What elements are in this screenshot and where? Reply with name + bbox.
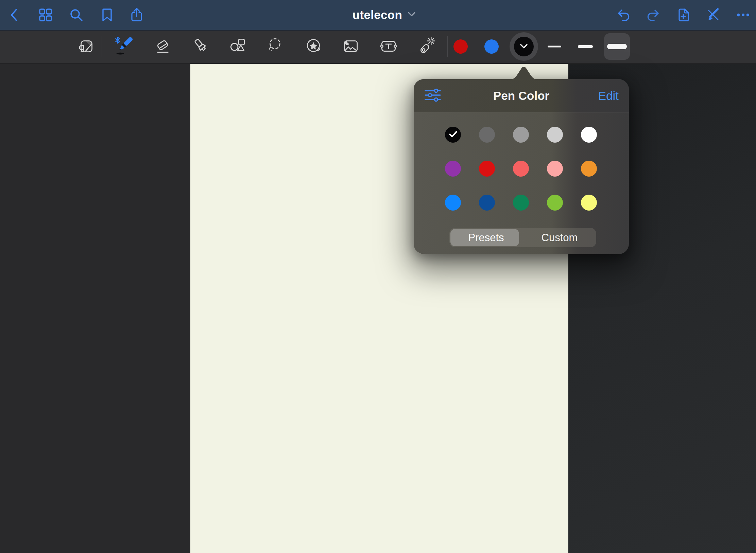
- tool-eraser[interactable]: [152, 35, 174, 58]
- preset-custom-segmented-control: Presets Custom: [449, 228, 596, 247]
- top-navigation-bar: utelecon: [0, 0, 756, 31]
- pencil-cross-icon: [705, 7, 721, 23]
- laser-pointer-icon: [417, 36, 437, 57]
- tool-highlighter[interactable]: [190, 35, 212, 58]
- edit-colors-button[interactable]: Edit: [598, 89, 619, 103]
- thickness-medium[interactable]: [578, 45, 593, 48]
- quick-color-black-selected[interactable]: [510, 32, 538, 61]
- text-box-icon: [379, 36, 398, 57]
- chevron-down-icon: [519, 43, 528, 50]
- page-panel-icon: [76, 36, 96, 57]
- stylus-toggle-button[interactable]: [703, 5, 723, 25]
- tab-custom[interactable]: Custom: [523, 228, 596, 247]
- redo-button[interactable]: [643, 5, 664, 25]
- more-button[interactable]: [733, 5, 753, 25]
- magnifier-icon: [68, 7, 84, 23]
- sticker-star-icon: [304, 36, 323, 57]
- pen-color-popover: Pen Color Edit Presets Custom: [414, 79, 629, 254]
- pen-options-button[interactable]: [424, 87, 442, 105]
- color-swatch-dark-gray[interactable]: [479, 127, 495, 143]
- popover-arrow: [510, 65, 538, 81]
- selected-color-circle: [514, 37, 534, 56]
- popover-title: Pen Color: [414, 89, 629, 103]
- color-swatch-light-gray[interactable]: [547, 127, 563, 143]
- tool-text[interactable]: [377, 35, 400, 58]
- image-icon: [341, 36, 361, 57]
- thickness-thin[interactable]: [548, 46, 561, 48]
- undo-button[interactable]: [613, 5, 634, 25]
- thickness-thick-selected[interactable]: [604, 33, 630, 60]
- document-plus-icon: [675, 7, 691, 23]
- redo-icon: [645, 7, 662, 23]
- tool-stickers[interactable]: [302, 35, 325, 58]
- bookmark-button[interactable]: [97, 5, 117, 25]
- add-page-button[interactable]: [673, 5, 693, 25]
- tool-lasso[interactable]: [265, 35, 287, 58]
- grid-icon: [37, 7, 54, 23]
- color-swatch-white[interactable]: [581, 127, 597, 143]
- document-title-text: utelecon: [353, 8, 402, 22]
- color-swatch-red[interactable]: [479, 161, 495, 177]
- color-swatch-pink[interactable]: [547, 161, 563, 177]
- chevron-down-icon: [408, 12, 416, 18]
- tool-image[interactable]: [340, 35, 362, 58]
- chevron-left-icon: [6, 7, 23, 23]
- color-swatch-green[interactable]: [513, 195, 529, 211]
- shapes-icon: [228, 36, 247, 57]
- color-swatch-orange[interactable]: [581, 161, 597, 177]
- undo-icon: [615, 7, 632, 23]
- app-window: utelecon: [0, 0, 756, 553]
- ellipsis-icon: [735, 7, 751, 23]
- color-swatch-purple[interactable]: [445, 161, 461, 177]
- toolbar-separator: [447, 36, 448, 57]
- share-button[interactable]: [126, 5, 147, 25]
- thick-stroke-preview: [607, 44, 627, 49]
- share-icon: [128, 7, 145, 23]
- sliders-icon: [425, 88, 441, 103]
- color-swatch-gray[interactable]: [513, 127, 529, 143]
- toolbar-separator: [102, 36, 102, 57]
- eraser-icon: [153, 36, 173, 57]
- quick-color-blue[interactable]: [484, 39, 499, 54]
- back-button[interactable]: [4, 5, 25, 25]
- color-swatch-black-selected[interactable]: [445, 127, 461, 143]
- thumbnails-button[interactable]: [35, 5, 56, 25]
- color-swatch-light-green[interactable]: [547, 195, 563, 211]
- bookmark-icon: [99, 7, 115, 23]
- popover-header: Pen Color Edit: [414, 79, 629, 112]
- document-title[interactable]: utelecon: [353, 8, 416, 22]
- tool-page-panel[interactable]: [75, 35, 98, 58]
- highlighter-icon: [191, 36, 211, 57]
- color-swatch-navy[interactable]: [479, 195, 495, 211]
- tab-presets[interactable]: Presets: [449, 228, 523, 247]
- bluetooth-pen-icon: [114, 36, 135, 58]
- tool-laser-pointer[interactable]: [416, 35, 438, 58]
- color-swatch-blue[interactable]: [445, 195, 461, 211]
- checkmark-icon: [449, 130, 458, 139]
- quick-color-red[interactable]: [453, 39, 468, 54]
- tool-shapes[interactable]: [226, 35, 249, 58]
- lasso-icon: [266, 36, 286, 57]
- color-swatch-coral[interactable]: [513, 161, 529, 177]
- color-swatch-yellow[interactable]: [581, 195, 597, 211]
- search-button[interactable]: [66, 5, 86, 25]
- tool-pen[interactable]: [114, 35, 136, 58]
